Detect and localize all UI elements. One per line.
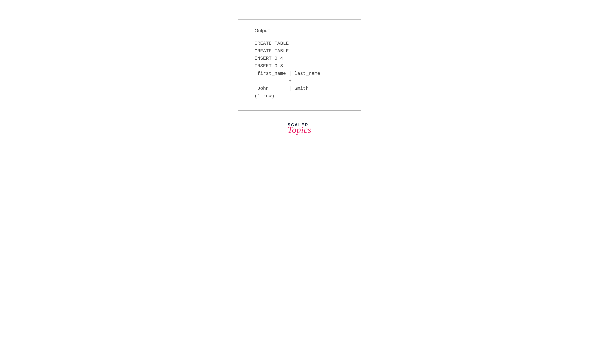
code-output: CREATE TABLE CREATE TABLE INSERT 0 4 INS… bbox=[255, 40, 344, 100]
code-line-7: John | Smith bbox=[255, 86, 309, 91]
logo: SCALER Topics bbox=[288, 122, 311, 135]
logo-text-topics: Topics bbox=[288, 125, 311, 135]
code-line-6: ------------+----------- bbox=[255, 78, 323, 84]
output-box: Output: CREATE TABLE CREATE TABLE INSERT… bbox=[238, 19, 361, 111]
code-line-1: CREATE TABLE bbox=[255, 41, 289, 46]
code-line-4: INSERT 0 3 bbox=[255, 63, 283, 69]
code-line-3: INSERT 0 4 bbox=[255, 56, 283, 61]
output-label: Output: bbox=[255, 28, 344, 34]
code-line-5: first_name | last_name bbox=[255, 71, 320, 76]
code-line-2: CREATE TABLE bbox=[255, 48, 289, 54]
code-line-8: (1 row) bbox=[255, 94, 274, 99]
